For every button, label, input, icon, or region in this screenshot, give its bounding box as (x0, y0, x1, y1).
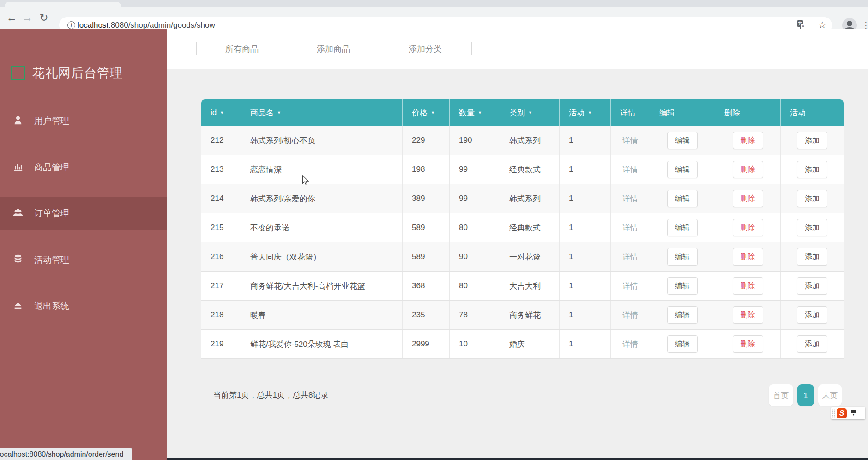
detail-link[interactable]: 详情 (622, 194, 638, 204)
delete-button[interactable]: 删除 (733, 132, 763, 149)
add-button[interactable]: 添加 (797, 306, 827, 324)
cell-activity: 1 (559, 126, 610, 155)
edit-button[interactable]: 编辑 (667, 161, 698, 178)
cell-delete-button: 删除 (715, 330, 780, 358)
column-header-2[interactable]: 价格▼ (402, 99, 449, 126)
column-header-0[interactable]: id▼ (201, 99, 241, 126)
translate-icon[interactable]: 文 A (797, 20, 806, 30)
cell-detail: 详情 (610, 155, 650, 184)
delete-button[interactable]: 删除 (733, 161, 763, 178)
column-header-4[interactable]: 类别▼ (500, 99, 559, 126)
sidebar-item-label: 活动管理 (34, 254, 69, 266)
detail-link[interactable]: 详情 (622, 339, 638, 350)
delete-button[interactable]: 删除 (733, 335, 763, 353)
detail-link[interactable]: 详情 (622, 310, 638, 321)
delete-button[interactable]: 删除 (733, 248, 763, 266)
database-icon (13, 254, 23, 266)
ime-keyboard-icon[interactable]: ▾ (851, 410, 856, 417)
sidebar-item-0[interactable]: 用户管理 (0, 104, 167, 138)
cell-quantity: 80 (449, 213, 500, 242)
edit-button[interactable]: 编辑 (667, 190, 698, 207)
column-header-5[interactable]: 活动▼ (559, 99, 610, 126)
sort-caret-icon[interactable]: ▼ (478, 110, 482, 115)
cell-quantity: 99 (449, 184, 500, 213)
cell-price: 198 (402, 155, 449, 184)
table-row: 218暖春23578商务鲜花1详情编辑删除添加 (201, 301, 844, 330)
add-button[interactable]: 添加 (797, 219, 827, 236)
add-button[interactable]: 添加 (797, 277, 827, 295)
nav-tab-0[interactable]: 所有商品 (225, 29, 259, 69)
edit-button[interactable]: 编辑 (667, 335, 698, 353)
window-bottom-edge (167, 458, 868, 460)
column-header-6[interactable]: 详情 (610, 99, 650, 126)
column-header-label: 价格 (412, 108, 428, 118)
cell-quantity: 90 (449, 242, 500, 271)
ime-caret-icon: ▾ (852, 413, 854, 417)
cell-edit-button: 编辑 (650, 330, 715, 358)
pagination-page-1-button[interactable]: 1 (797, 384, 814, 406)
reload-icon[interactable]: ↻ (36, 7, 52, 29)
browser-window: ← → ↻ i localhost:8080/shop/admin/goods/… (0, 0, 868, 460)
add-button[interactable]: 添加 (797, 132, 827, 149)
delete-button[interactable]: 删除 (733, 190, 763, 207)
top-nav: 所有商品添加商品添加分类 (167, 29, 868, 69)
mouse-cursor (300, 175, 310, 186)
add-button[interactable]: 添加 (797, 248, 827, 266)
cell-quantity: 78 (449, 301, 500, 329)
pagination-first-button[interactable]: 首页 (769, 384, 793, 406)
nav-tab-2[interactable]: 添加分类 (409, 29, 442, 69)
edit-button[interactable]: 编辑 (667, 277, 698, 295)
nav-separator (196, 42, 197, 55)
cell-quantity: 190 (449, 126, 500, 155)
cell-detail: 详情 (610, 330, 650, 358)
detail-link[interactable]: 详情 (622, 252, 638, 262)
sidebar-item-3[interactable]: 活动管理 (0, 243, 167, 277)
edit-button[interactable]: 编辑 (667, 132, 698, 149)
cell-name: 暖春 (241, 301, 402, 329)
detail-link[interactable]: 详情 (622, 223, 638, 233)
sort-caret-icon[interactable]: ▼ (588, 110, 592, 115)
table-row: 213恋恋情深19899经典款式1详情编辑删除添加 (201, 155, 844, 184)
ime-drag-handle[interactable] (832, 409, 836, 418)
add-button[interactable]: 添加 (797, 190, 827, 207)
delete-button[interactable]: 删除 (733, 306, 763, 324)
browser-active-tab[interactable] (5, 2, 121, 7)
edit-button[interactable]: 编辑 (667, 248, 698, 266)
pagination-last-button[interactable]: 末页 (818, 384, 842, 406)
cell-id: 212 (201, 126, 241, 155)
back-icon[interactable]: ← (4, 7, 19, 29)
cell-add-button: 添加 (780, 155, 844, 184)
table-row: 216普天同庆（双花篮）58990一对花篮1详情编辑删除添加 (201, 242, 844, 272)
sogou-ime-icon[interactable]: S (837, 408, 847, 418)
delete-button[interactable]: 删除 (733, 219, 763, 236)
forward-icon[interactable]: → (19, 7, 35, 29)
column-header-9[interactable]: 活动 (780, 99, 844, 126)
sort-caret-icon[interactable]: ▼ (431, 110, 435, 115)
column-header-3[interactable]: 数量▼ (449, 99, 500, 126)
edit-button[interactable]: 编辑 (667, 306, 698, 324)
sort-caret-icon[interactable]: ▼ (220, 110, 224, 115)
cell-delete-button: 删除 (715, 242, 780, 271)
sidebar-item-2[interactable]: 订单管理 (0, 197, 167, 230)
detail-link[interactable]: 详情 (622, 164, 638, 175)
column-header-1[interactable]: 商品名▼ (241, 99, 402, 126)
add-button[interactable]: 添加 (797, 161, 827, 178)
sidebar-item-1[interactable]: 商品管理 (0, 151, 167, 184)
cell-category: 韩式系列 (500, 184, 559, 213)
ime-toolbar[interactable]: S ▾ (831, 407, 865, 419)
column-header-8[interactable]: 删除 (715, 99, 780, 126)
nav-tab-1[interactable]: 添加商品 (317, 29, 350, 69)
sort-caret-icon[interactable]: ▼ (277, 110, 281, 115)
edit-button[interactable]: 编辑 (667, 219, 698, 236)
add-button[interactable]: 添加 (797, 335, 827, 353)
detail-link[interactable]: 详情 (622, 135, 638, 146)
delete-button[interactable]: 删除 (733, 277, 763, 295)
sort-caret-icon[interactable]: ▼ (528, 110, 532, 115)
page-info-icon[interactable]: i (67, 21, 75, 29)
sidebar-item-label: 订单管理 (34, 207, 69, 219)
sidebar-item-4[interactable]: 退出系统 (0, 290, 167, 323)
cell-delete-button: 删除 (715, 301, 780, 329)
cell-name: 不变的承诺 (241, 213, 402, 242)
column-header-7[interactable]: 编辑 (650, 99, 715, 126)
detail-link[interactable]: 详情 (622, 281, 638, 291)
